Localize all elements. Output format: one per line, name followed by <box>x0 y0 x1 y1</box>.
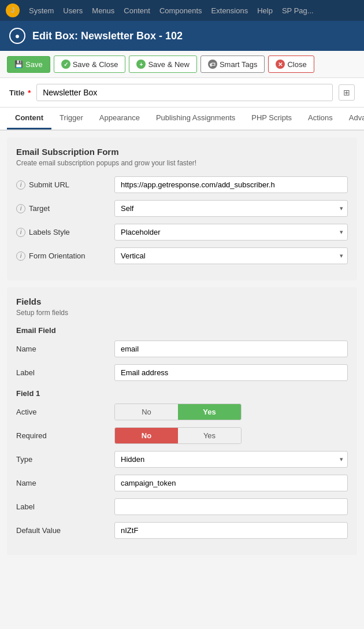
fields-subtitle: Setup form fields <box>16 309 348 317</box>
top-navigation: J System Users Menus Content Components … <box>0 0 364 21</box>
required-indicator: * <box>28 88 31 97</box>
tab-content[interactable]: Content <box>7 108 51 130</box>
labels-style-select[interactable]: Placeholder Label Both <box>114 224 348 240</box>
field1-required-wrap: No Yes <box>114 427 348 444</box>
email-subscription-title: Email Subscription Form <box>16 147 348 157</box>
field1-type-row: Type Hidden Text Email ▾ <box>16 451 348 468</box>
field1-required-label: Required <box>16 431 47 440</box>
title-input[interactable] <box>36 84 333 101</box>
nav-help[interactable]: Help <box>257 6 273 15</box>
field1-group: Field 1 Active No Yes Required <box>16 389 348 539</box>
field1-default-row: Default Value <box>16 522 348 539</box>
form-orientation-info-icon[interactable]: i <box>16 251 25 261</box>
field1-active-toggle: No Yes <box>114 404 242 420</box>
field1-type-label: Type <box>16 455 32 464</box>
submit-url-row: i Submit URL <box>16 176 348 193</box>
email-name-wrap <box>114 341 348 357</box>
nav-sp-page[interactable]: SP Pag... <box>282 6 314 15</box>
toolbar: 💾 Save ✓ Save & Close + Save & New 🏷 Sma… <box>0 51 364 78</box>
save-new-button[interactable]: + Save & New <box>129 56 197 73</box>
save-icon: 💾 <box>14 60 23 68</box>
joomla-logo[interactable]: J <box>6 3 20 17</box>
labels-style-wrap: Placeholder Label Both ▾ <box>114 224 348 240</box>
email-name-row: Name <box>16 341 348 357</box>
submit-url-info-icon[interactable]: i <box>16 180 25 190</box>
field1-name-row: Name <box>16 475 348 491</box>
field1-label-label: Label <box>16 502 35 511</box>
email-subscription-subtitle: Create email subscription popups and gro… <box>16 159 348 167</box>
title-label: Title * <box>9 88 31 97</box>
target-info-icon[interactable]: i <box>16 204 25 213</box>
email-name-label: Name <box>16 345 36 353</box>
field1-type-wrap: Hidden Text Email ▾ <box>114 451 348 468</box>
tab-trigger[interactable]: Trigger <box>51 108 91 130</box>
smart-tags-button[interactable]: 🏷 Smart Tags <box>200 56 265 73</box>
field1-name-wrap <box>114 475 348 491</box>
content-area: Email Subscription Form Create email sub… <box>0 138 364 555</box>
nav-users[interactable]: Users <box>63 6 83 15</box>
email-label-input[interactable] <box>114 364 348 381</box>
plus-icon: + <box>136 60 146 69</box>
labels-style-info-icon[interactable]: i <box>16 228 25 237</box>
field1-required-row: Required No Yes <box>16 427 348 444</box>
tab-php-scripts[interactable]: PHP Scripts <box>243 108 300 130</box>
field1-type-select-wrap: Hidden Text Email ▾ <box>114 451 348 468</box>
field1-default-input[interactable] <box>114 522 348 539</box>
nav-content[interactable]: Content <box>124 6 150 15</box>
fields-section: Fields Setup form fields Email Field Nam… <box>7 287 357 555</box>
field1-title: Field 1 <box>16 389 348 398</box>
field1-label-wrap <box>114 498 348 515</box>
field1-active-wrap: No Yes <box>114 404 348 420</box>
field1-active-label: Active <box>16 408 36 416</box>
submit-url-input[interactable] <box>114 176 348 193</box>
labels-style-select-wrap: Placeholder Label Both ▾ <box>114 224 348 240</box>
field1-active-row: Active No Yes <box>16 404 348 420</box>
page-title: Edit Box: Newsletter Box - 102 <box>32 30 183 42</box>
email-label-row: Label <box>16 364 348 381</box>
labels-style-row: i Labels Style Placeholder Label Both ▾ <box>16 224 348 240</box>
target-row: i Target Self _blank _parent ▾ <box>16 200 348 217</box>
tab-actions[interactable]: Actions <box>300 108 341 130</box>
labels-style-label: Labels Style <box>29 228 70 236</box>
submit-url-label: Submit URL <box>29 180 69 189</box>
title-icon-button[interactable]: ⊞ <box>339 84 355 101</box>
form-orientation-select-wrap: Vertical Horizontal ▾ <box>114 247 348 264</box>
nav-menus[interactable]: Menus <box>92 6 114 15</box>
target-wrap: Self _blank _parent ▾ <box>114 200 348 217</box>
field1-default-label: Default Value <box>16 526 61 535</box>
form-orientation-select[interactable]: Vertical Horizontal <box>114 247 348 264</box>
save-close-button[interactable]: ✓ Save & Close <box>54 56 126 73</box>
email-name-input[interactable] <box>114 341 348 357</box>
field1-active-no-button[interactable]: No <box>115 404 178 420</box>
tag-icon: 🏷 <box>208 60 217 69</box>
field1-type-select[interactable]: Hidden Text Email <box>114 451 348 468</box>
tab-appearance[interactable]: Appearance <box>91 108 148 130</box>
nav-extensions[interactable]: Extensions <box>211 6 248 15</box>
close-button[interactable]: ✕ Close <box>268 56 314 73</box>
target-select-wrap: Self _blank _parent ▾ <box>114 200 348 217</box>
field1-required-toggle: No Yes <box>114 427 242 444</box>
field1-label-input[interactable] <box>114 498 348 515</box>
title-row: Title * ⊞ <box>0 78 364 108</box>
field1-label-row: Label <box>16 498 348 515</box>
field1-name-input[interactable] <box>114 475 348 491</box>
email-subscription-section: Email Subscription Form Create email sub… <box>7 138 357 280</box>
tab-advanced[interactable]: Adva... <box>341 108 364 130</box>
nav-components[interactable]: Components <box>159 6 202 15</box>
form-orientation-wrap: Vertical Horizontal ▾ <box>114 247 348 264</box>
field1-active-yes-button[interactable]: Yes <box>178 404 241 420</box>
target-select[interactable]: Self _blank _parent <box>114 200 348 217</box>
email-label-wrap <box>114 364 348 381</box>
close-icon: ✕ <box>276 60 285 69</box>
field1-required-no-button[interactable]: No <box>115 428 178 443</box>
nav-system[interactable]: System <box>29 6 54 15</box>
page-icon: ● <box>9 28 25 44</box>
save-button[interactable]: 💾 Save <box>7 56 50 73</box>
check-icon: ✓ <box>61 60 70 69</box>
email-field-title: Email Field <box>16 326 348 335</box>
email-field-group: Email Field Name Label <box>16 326 348 381</box>
field1-required-yes-button[interactable]: Yes <box>178 428 241 443</box>
tab-publishing-assignments[interactable]: Publishing Assignments <box>148 108 243 130</box>
field1-default-wrap <box>114 522 348 539</box>
form-orientation-row: i Form Orientation Vertical Horizontal ▾ <box>16 247 348 264</box>
